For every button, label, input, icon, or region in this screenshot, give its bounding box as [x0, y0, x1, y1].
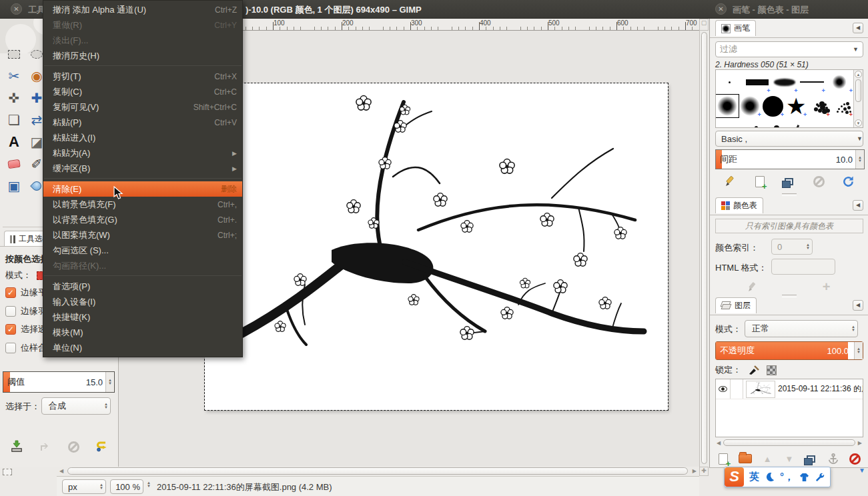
lower-layer-button[interactable]: ▼ [779, 451, 801, 467]
brush-spacing-slider[interactable]: 间距 10.0 ▲▼ [715, 149, 865, 169]
checkbox-unchecked[interactable] [5, 343, 16, 353]
menu-item[interactable]: 勾画路径(K)... [43, 258, 242, 273]
wrench-icon[interactable] [815, 472, 825, 482]
layers-list-scrollbar[interactable]: ◀ ▶ [715, 439, 863, 447]
menu-item[interactable]: 粘贴(P)Ctrl+V [43, 115, 242, 130]
select-by-spinner[interactable]: ▲▼ [102, 403, 110, 409]
canvas-horizontal-scrollbar[interactable]: ◀ ▶ [57, 467, 699, 476]
brush-grid-scrollbar[interactable]: ▲ ▼ [853, 70, 863, 127]
lock-paint-icon[interactable] [748, 365, 760, 375]
menu-item[interactable]: 首选项(P) [43, 279, 242, 294]
scroll-right-icon[interactable]: ▶ [693, 468, 697, 474]
close-icon[interactable]: ✕ [11, 3, 22, 15]
brush-grid[interactable]: ++++++★+++ ▲ ▼ [715, 69, 863, 128]
new-brush-button[interactable] [749, 173, 771, 189]
input-mode-toggle[interactable]: 英 [749, 471, 759, 483]
brush-cell[interactable] [716, 71, 743, 93]
threshold-slider[interactable]: 阈值 15.0 ▲▼ [3, 371, 115, 393]
brush-cell[interactable] [762, 119, 785, 128]
sogou-logo[interactable]: S [725, 467, 744, 487]
punctuation-toggle[interactable]: °， [780, 471, 794, 483]
menu-item[interactable]: 粘贴进入(I) [43, 130, 242, 145]
unit-select[interactable]: px ▲▼ [62, 479, 106, 494]
delete-options-button[interactable] [62, 439, 85, 455]
menu-item[interactable]: 撤消 添加 Alpha 通道(U)Ctrl+Z [43, 2, 242, 17]
panel-menu-button[interactable]: ◀ [853, 23, 863, 33]
duplicate-brush-button[interactable] [778, 173, 801, 189]
tool-rectangle-select[interactable] [4, 44, 24, 64]
layer-group-button[interactable] [735, 451, 757, 467]
scroll-up-icon[interactable]: ▲ [855, 71, 862, 78]
checkbox-unchecked[interactable] [5, 306, 16, 317]
menu-item[interactable]: 复制可见(V)Shift+Ctrl+C [43, 99, 242, 115]
menu-item[interactable]: 单位(N) [43, 340, 242, 355]
brush-cell[interactable]: + [826, 71, 853, 93]
chevron-down-icon[interactable]: ▼ [857, 135, 863, 142]
brush-cell[interactable] [807, 119, 830, 128]
tool-eraser[interactable] [4, 154, 24, 174]
brush-group-combo[interactable]: Basic , ▼ [715, 131, 863, 147]
menu-item[interactable]: 模块(M) [43, 325, 242, 340]
menu-item[interactable]: 以前景色填充(F)Ctrl+, [43, 197, 242, 212]
skin-icon[interactable] [799, 473, 809, 482]
tab-layers[interactable]: 图层 [715, 297, 757, 313]
unit-spinner[interactable]: ▲▼ [97, 483, 105, 490]
layer-visibility-toggle[interactable] [716, 379, 731, 399]
menu-item[interactable]: 淡出(F)... [43, 33, 242, 48]
zoom-spinner[interactable]: ▲▼ [145, 481, 153, 488]
canvas-vertical-scrollbar[interactable] [699, 31, 709, 467]
layer-link-cell[interactable] [731, 379, 743, 399]
layer-row[interactable]: 2015-09-11 22:11:36 的屏 [716, 379, 863, 399]
brush-cell[interactable] [739, 119, 761, 128]
brush-cell[interactable]: + [831, 95, 853, 117]
menu-item[interactable]: 快捷键(K) [43, 309, 242, 325]
reset-options-button[interactable] [91, 439, 113, 455]
checkbox-checked[interactable]: ✓ [5, 287, 16, 298]
panel-splitter[interactable] [710, 192, 868, 196]
delete-brush-button[interactable] [807, 173, 830, 189]
new-layer-button[interactable] [713, 451, 735, 467]
restore-options-button[interactable] [34, 439, 57, 455]
brush-cell[interactable] [785, 119, 807, 128]
tool-clone[interactable]: ▣ [4, 176, 24, 196]
lock-alpha-icon[interactable] [767, 365, 777, 375]
tab-brushes[interactable]: 画笔 [715, 20, 756, 36]
checkbox-checked[interactable]: ✓ [5, 324, 16, 335]
anchor-layer-button[interactable] [822, 451, 844, 467]
brush-cell[interactable] [716, 119, 739, 128]
quickmask-toggle[interactable] [3, 469, 12, 475]
menu-item[interactable]: 缓冲区(B)▶ [43, 161, 242, 176]
chevron-down-icon[interactable]: ▼ [853, 46, 859, 53]
brush-cell[interactable] [716, 95, 739, 117]
tool-scissors-select[interactable]: ✂ [4, 66, 24, 86]
brush-cell[interactable]: + [799, 71, 826, 93]
menu-item[interactable]: 撤消历史(H) [43, 48, 242, 63]
menu-item[interactable]: 勾画选区 (S)... [43, 243, 242, 258]
delete-layer-button[interactable] [844, 451, 866, 467]
moon-icon[interactable] [765, 472, 775, 482]
opacity-spinner[interactable]: ▲▼ [854, 342, 863, 359]
menu-item[interactable]: 以图案填充(W)Ctrl+; [43, 227, 242, 243]
layers-list[interactable]: 2015-09-11 22:11:36 的屏 [715, 379, 863, 437]
brush-cell[interactable]: + [743, 71, 771, 93]
scroll-left-icon[interactable]: ◀ [59, 468, 63, 474]
layer-mode-spinner[interactable]: ▲▼ [849, 325, 857, 332]
tool-crop[interactable]: ❏ [4, 110, 24, 130]
panel-menu-button[interactable]: ◀ [853, 200, 863, 211]
brush-cell[interactable]: ★+ [785, 95, 807, 117]
scroll-down-icon[interactable]: ▼ [855, 119, 862, 127]
brush-cell[interactable]: + [807, 95, 830, 117]
canvas-image[interactable] [205, 83, 668, 410]
brush-cell[interactable]: + [739, 95, 761, 117]
tool-measure[interactable]: ✜ [4, 88, 24, 108]
scroll-right-icon[interactable]: ▶ [858, 440, 862, 446]
save-options-button[interactable] [5, 439, 28, 455]
tool-text[interactable]: A [4, 132, 24, 152]
menu-item[interactable]: 剪切(T)Ctrl+X [43, 69, 242, 84]
raise-layer-button[interactable]: ▲ [757, 451, 779, 467]
select-by-combo[interactable]: 合成 ▲▼ [41, 397, 111, 415]
spacing-spinner[interactable]: ▲▼ [855, 150, 864, 169]
menu-item[interactable]: 清除(E)删除 [43, 181, 242, 197]
tab-colormap[interactable]: 颜色表 [715, 197, 763, 213]
brush-cell[interactable]: + [771, 71, 798, 93]
